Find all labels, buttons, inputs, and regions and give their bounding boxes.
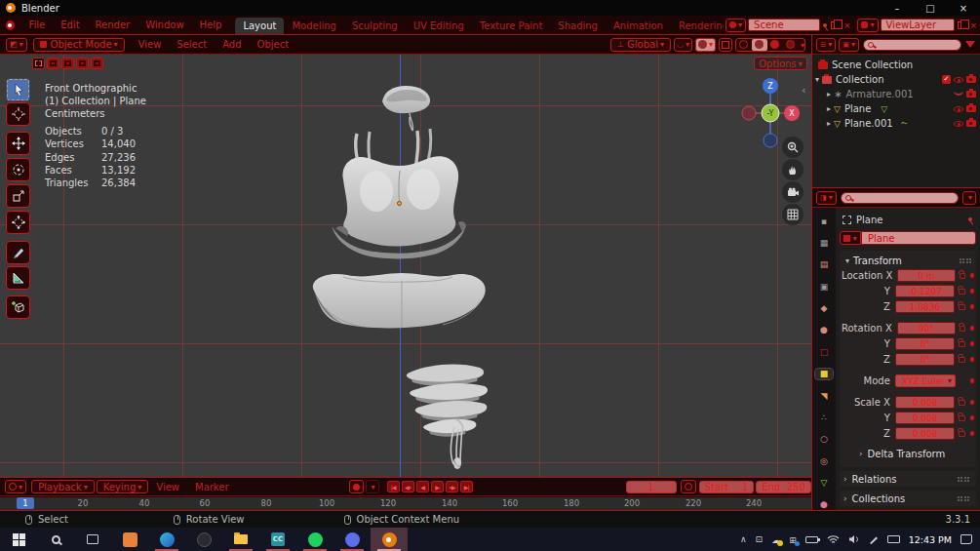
scale-y-field[interactable]: 0.008 [895, 412, 955, 424]
playhead[interactable]: 1 [17, 497, 34, 509]
outliner-search-input[interactable] [863, 39, 961, 51]
object-name-field[interactable]: Plane [861, 231, 976, 245]
outliner-filter-dropdown[interactable]: ▣ [839, 38, 859, 52]
taskbar-discord-icon[interactable] [333, 528, 371, 551]
scene-name-field[interactable]: Scene [748, 19, 820, 31]
start-button[interactable] [0, 528, 37, 551]
properties-options-dropdown[interactable] [962, 191, 976, 205]
touch-keyboard-icon[interactable] [887, 535, 900, 543]
jump-to-start-button[interactable]: |◀ [387, 481, 400, 492]
menu-edit[interactable]: Edit [60, 20, 79, 30]
menu-view-timeline[interactable]: View [156, 482, 179, 492]
pin-icon[interactable] [968, 217, 972, 221]
previous-keyframe-button[interactable]: ◀∙ [402, 481, 414, 492]
tab-object[interactable]: ■ [815, 369, 833, 379]
viewport-3d[interactable]: ◩ Object Mode View Select Add Object ⊥Gl… [0, 35, 811, 477]
play-reverse-button[interactable]: ◀ [416, 481, 429, 492]
tray-tablet-icon[interactable]: ⊡ [756, 534, 764, 544]
rotation-mode-dropdown[interactable]: XYZ Euler [895, 374, 956, 387]
auto-keying-button[interactable] [349, 480, 364, 493]
use-preview-range-button[interactable] [681, 480, 696, 493]
timeline-editor-type[interactable] [5, 480, 26, 493]
properties-editor-type[interactable]: ◨ [816, 191, 837, 205]
animate-dot-icon[interactable] [970, 341, 974, 346]
section-relations[interactable]: ›Relations [840, 471, 976, 487]
scene-browse-button[interactable] [725, 19, 746, 32]
close-button[interactable]: × [947, 3, 980, 14]
pan-view-button[interactable] [782, 159, 804, 180]
tab-animation[interactable]: Animation [606, 18, 671, 34]
taskbar-cc-icon[interactable]: CC [259, 528, 296, 551]
start-frame-field[interactable]: Start1 [699, 481, 755, 493]
lock-icon[interactable] [959, 415, 964, 421]
outliner-row-plane-001[interactable]: ▸ ▽ Plane.001 ⌐ [812, 116, 980, 131]
tab-shading[interactable]: Shading [550, 18, 606, 34]
next-keyframe-button[interactable]: ∙▶ [446, 481, 458, 492]
location-z-field[interactable]: 1.0836 [895, 300, 955, 313]
rotation-z-field[interactable]: 0° [895, 353, 955, 366]
expand-icon[interactable]: ▸ [824, 90, 834, 98]
auto-keying-dropdown[interactable] [366, 480, 379, 493]
camera-view-button[interactable] [782, 181, 804, 203]
new-viewlayer-icon[interactable] [958, 21, 964, 29]
restore-button[interactable]: □ [914, 3, 947, 14]
end-frame-field[interactable]: End250 [756, 481, 811, 493]
task-view-button[interactable] [74, 528, 111, 551]
play-button[interactable]: ▶ [431, 481, 444, 492]
expand-icon[interactable]: ▸ [824, 104, 834, 113]
location-x-field[interactable]: 0 m [897, 269, 955, 282]
tab-particles[interactable]: ∴ [815, 412, 833, 422]
playback-dropdown[interactable]: Playback [31, 480, 95, 493]
zoom-view-button[interactable] [782, 137, 804, 158]
lock-icon[interactable] [959, 341, 964, 347]
battery-icon[interactable] [805, 536, 818, 543]
tab-modeling[interactable]: Modeling [284, 18, 344, 34]
taskbar-search-button[interactable] [37, 528, 74, 551]
tab-collection[interactable]: □ [815, 346, 833, 357]
menu-marker[interactable]: Marker [195, 482, 229, 492]
pen-icon[interactable] [869, 534, 879, 544]
tab-world[interactable]: ● [815, 325, 833, 335]
menu-file[interactable]: File [28, 20, 45, 30]
outliner-display-mode[interactable]: ☰ [816, 38, 836, 52]
animate-dot-icon[interactable] [970, 304, 974, 309]
expand-icon[interactable]: ▸ [824, 119, 834, 128]
outliner-row-plane[interactable]: ▸ ▽ Plane ▽ [812, 101, 980, 116]
outliner-row-armature[interactable]: ▸ ∗ Armature.001 [812, 87, 980, 101]
taskbar-steam-icon[interactable] [185, 528, 222, 551]
tab-material[interactable]: ● [815, 499, 833, 510]
tab-modifiers[interactable]: ◥ [815, 390, 833, 401]
checkbox-icon[interactable]: ✓ [942, 75, 951, 84]
lock-icon[interactable] [959, 400, 964, 406]
object-type-dropdown[interactable] [840, 231, 861, 245]
scale-x-field[interactable]: 0.008 [895, 396, 955, 409]
current-frame-field[interactable]: 1 [626, 481, 677, 493]
section-delta-transform[interactable]: ›Delta Transform [842, 446, 974, 461]
animate-dot-icon[interactable] [970, 289, 974, 294]
tab-scene[interactable]: ◆ [815, 302, 833, 313]
eye-icon[interactable] [954, 106, 963, 112]
tab-texture-paint[interactable]: Texture Paint [472, 18, 551, 34]
properties-search-input[interactable] [841, 192, 959, 204]
taskbar-office-icon[interactable] [111, 528, 148, 551]
filter-funnel-icon[interactable] [965, 41, 975, 48]
camera-icon[interactable] [966, 105, 976, 112]
camera-icon[interactable] [966, 120, 976, 127]
animate-dot-icon[interactable] [970, 273, 974, 278]
animate-dot-icon[interactable] [970, 431, 974, 436]
clock[interactable]: 12:43 PM [909, 534, 952, 545]
tab-output[interactable]: ▤ [815, 259, 833, 270]
animate-dot-icon[interactable] [970, 326, 974, 331]
timeline-ruler[interactable]: 1 20 40 60 80 100 120 140 160 180 200 22… [0, 497, 811, 510]
menu-help[interactable]: Help [200, 20, 222, 30]
wifi-icon[interactable] [827, 534, 840, 544]
tab-uv-editing[interactable]: UV Editing [406, 18, 472, 34]
tray-expand-icon[interactable]: ∧ [740, 534, 747, 544]
delete-viewlayer-icon[interactable]: × [969, 20, 977, 30]
tray-onedrive-icon[interactable]: ☁ [771, 534, 780, 545]
volume-icon[interactable] [848, 534, 860, 544]
tab-view-layer[interactable]: ▣ [815, 281, 833, 292]
outliner-row-scene-collection[interactable]: Scene Collection [812, 58, 980, 72]
camera-icon[interactable] [966, 76, 976, 83]
blender-menu-icon[interactable] [6, 20, 15, 30]
